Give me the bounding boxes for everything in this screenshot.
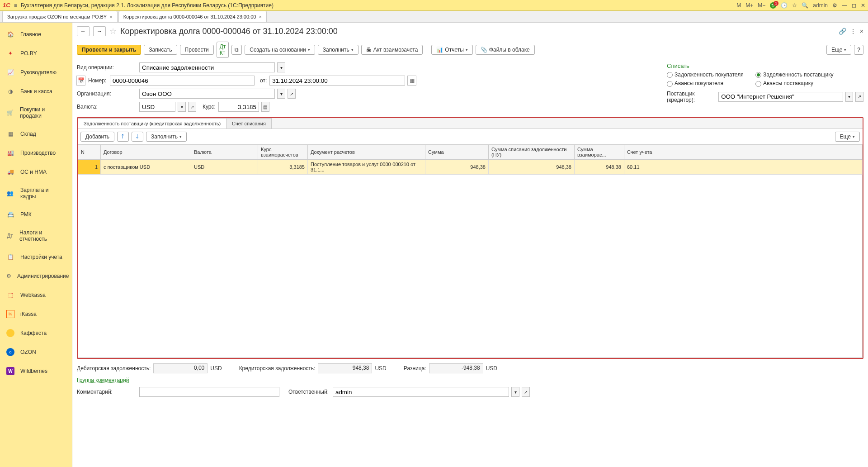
sidebar-item-stock[interactable]: ▦Склад [0,124,72,143]
mem-m[interactable]: M [736,2,741,9]
col-account[interactable]: Счет учета [624,145,863,160]
sidebar-item-main[interactable]: 🏠Главное [0,25,72,44]
open-icon[interactable]: ↗ [188,102,196,112]
dtkt-button[interactable]: ДтКт [217,42,229,58]
col-sum[interactable]: Сумма [425,145,489,160]
nav-forward-button[interactable]: → [93,26,106,36]
files-button[interactable]: 📎 Файлы в облаке [476,45,535,55]
mem-mminus[interactable]: M− [758,2,765,9]
operation-field[interactable] [139,62,275,72]
number-field[interactable] [110,76,255,86]
panel-more-button[interactable]: Еще [835,132,860,142]
sidebar-item-tax[interactable]: ДтНалоги и отчетность [0,224,72,248]
favorite-icon[interactable]: ☆ [792,2,797,9]
link-icon[interactable]: 🔗 [839,28,846,35]
col-sum-vz[interactable]: Сумма взаиморас... [575,145,624,160]
mem-mplus[interactable]: M+ [745,2,753,9]
tab-debt-correction[interactable]: Корректировка долга 0000-000046 от 31.10… [118,11,267,22]
comment-group-link[interactable]: Группа комментарий [77,377,129,383]
open-icon[interactable]: ↗ [288,89,296,99]
sidebar-item-hr[interactable]: 👥Зарплата и кадры [0,181,72,205]
move-up-button[interactable]: 🡑 [117,132,129,142]
date-icon[interactable]: 📅 [76,76,85,86]
tab-ozon-load[interactable]: Загрузка продаж OZON по месяцам PO.BY × [2,11,118,22]
sidebar-item-assets[interactable]: 🚚ОС и НМА [0,162,72,181]
sidebar-item-label: Руководителю [20,69,57,76]
post-button[interactable]: Провести [180,45,214,55]
history-icon[interactable]: 🕒 [781,2,788,9]
sidebar-item-ozon[interactable]: oOZON [0,343,72,362]
write-button[interactable]: Записать [144,45,177,55]
sidebar-item-settings[interactable]: 📋Настройки учета [0,248,72,267]
boxes-icon: ▦ [6,130,14,138]
move-down-button[interactable]: 🡓 [132,132,143,142]
currency-field[interactable] [139,102,175,112]
col-doc[interactable]: Документ расчетов [308,145,425,160]
more-button[interactable]: Еще [826,45,851,55]
col-sum-nu[interactable]: Сумма списания задолженности (НУ) [489,145,575,160]
col-contract[interactable]: Договор [101,145,191,160]
panel-tab-account[interactable]: Счет списания [226,118,272,129]
dropdown-icon[interactable]: ▾ [845,92,854,102]
menu-icon[interactable]: ≡ [14,2,17,9]
user-label[interactable]: admin [813,2,828,9]
open-icon[interactable]: ↗ [855,92,863,102]
rate-field[interactable] [218,102,259,112]
calendar-icon[interactable]: ▦ [407,76,416,86]
minimize-icon[interactable]: — [842,2,847,9]
resp-field[interactable] [333,387,509,397]
comment-field[interactable] [139,387,279,397]
help-button[interactable]: ? [854,45,863,55]
close-icon[interactable]: × [259,14,261,19]
sidebar-item-manager[interactable]: 📈Руководителю [0,63,72,82]
add-button[interactable]: Добавить [80,132,114,142]
supplier-field[interactable] [718,92,843,102]
close-icon[interactable]: ✕ [861,2,865,9]
sidebar-item-poby[interactable]: ✦PO.BY [0,44,72,63]
open-icon[interactable]: ↗ [522,387,530,397]
nav-back-button[interactable]: ← [77,26,90,36]
close-icon[interactable]: × [860,28,863,35]
table-row[interactable]: 1 с поставщиком USD USD 3,3185 Поступлен… [78,160,863,175]
close-icon[interactable]: × [109,14,112,19]
calc-icon[interactable]: ▤ [261,102,269,112]
table-empty-area[interactable] [78,175,863,358]
notification-icon[interactable]: ↻ [770,2,776,9]
col-n[interactable]: N [78,145,101,160]
panel-fill-button[interactable]: Заполнить [146,132,187,142]
more-icon[interactable]: ⋮ [850,28,856,35]
radio-buyer-advance[interactable]: Авансы покупателя [667,80,753,86]
sidebar-item-admin[interactable]: ⚙Администрирование [0,267,72,286]
sidebar-item-bank[interactable]: ◑Банк и касса [0,82,72,101]
favorite-star-icon[interactable]: ☆ [109,26,117,36]
dropdown-icon[interactable]: ▾ [277,62,285,72]
sidebar-item-production[interactable]: 🏭Производство [0,143,72,162]
sidebar-item-wb[interactable]: WWildberries [0,362,72,381]
sidebar-item-rmk[interactable]: 📇РМК [0,205,72,224]
col-rate[interactable]: Курс взаиморасчетов [258,145,308,160]
sidebar-item-ikassa[interactable]: iKiKassa [0,305,72,324]
dropdown-icon[interactable]: ▾ [178,102,186,112]
radio-buyer-debt[interactable]: Задолженность покупателя [667,71,753,78]
sidebar-item-sales[interactable]: 🛒Покупки и продажи [0,101,72,124]
tax-icon: Дт [6,232,14,240]
panel-tab-debt[interactable]: Задолженность поставщику (кредиторская з… [78,118,226,129]
reports-button[interactable]: 📊 Отчеты [431,45,472,55]
create-based-button[interactable]: Создать на основании [245,45,315,55]
dropdown-icon[interactable]: ▾ [511,387,519,397]
dropdown-icon[interactable]: ▾ [277,89,285,99]
post-close-button[interactable]: Провести и закрыть [77,45,141,55]
structure-button[interactable]: ⧉ [231,45,242,55]
sidebar-item-webkassa[interactable]: ⬚Webkassa [0,286,72,305]
org-field[interactable] [139,89,275,99]
col-currency[interactable]: Валюта [191,145,258,160]
search-icon[interactable]: 🔍 [802,2,808,9]
act-button[interactable]: 🖶 Акт взаимозачета [361,45,423,55]
sidebar-item-kaffesta[interactable]: Каффеста [0,324,72,343]
maximize-icon[interactable]: ◻ [852,2,856,9]
radio-supplier-debt[interactable]: Задолженность поставщику [755,71,841,78]
fill-button[interactable]: Заполнить [318,45,359,55]
date-field[interactable] [269,76,405,86]
settings-icon[interactable]: ⚙ [832,2,837,9]
radio-supplier-advance[interactable]: Авансы поставщику [755,80,841,86]
